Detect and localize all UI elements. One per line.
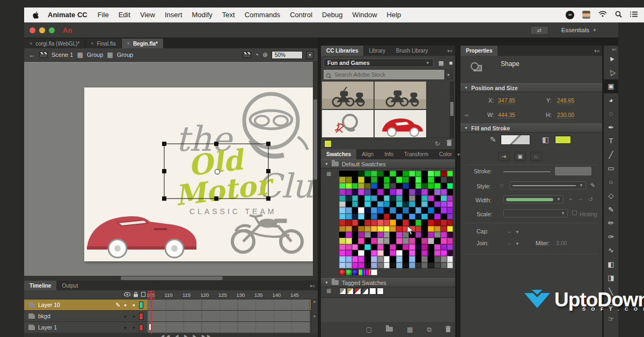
zoom-level-input[interactable]: 50%	[272, 51, 303, 59]
color-swatch[interactable]	[371, 195, 377, 201]
color-swatch[interactable]	[364, 201, 371, 207]
gradient-swatch[interactable]	[358, 269, 364, 275]
color-swatch[interactable]	[434, 189, 441, 195]
color-swatch[interactable]	[409, 262, 415, 268]
minimize-window-button[interactable]	[39, 27, 45, 33]
color-swatch[interactable]	[364, 171, 371, 177]
gradient-swatch[interactable]	[339, 269, 346, 275]
color-swatch[interactable]	[339, 219, 346, 225]
color-swatch[interactable]	[352, 250, 358, 256]
tab-sw-align[interactable]: Align	[356, 149, 379, 159]
color-swatch[interactable]	[377, 177, 384, 182]
color-swatch[interactable]	[409, 177, 415, 182]
document-tab-0[interactable]: ×corgi.fla (WebGL)*	[24, 39, 85, 48]
layer-lock-dot[interactable]: ●	[133, 314, 135, 319]
tab-lib-cc-libraries[interactable]: CC Libraries	[321, 46, 363, 56]
color-swatch[interactable]	[441, 195, 447, 201]
color-swatch[interactable]	[339, 214, 346, 219]
color-swatch[interactable]	[390, 219, 396, 225]
color-swatch[interactable]	[396, 201, 402, 207]
color-swatch[interactable]	[384, 214, 390, 219]
color-swatch[interactable]	[409, 250, 415, 256]
color-swatch[interactable]	[415, 250, 422, 256]
list-view-button[interactable]: ■	[447, 58, 455, 67]
color-swatch[interactable]	[402, 201, 409, 207]
color-swatch[interactable]	[339, 250, 346, 256]
color-swatch[interactable]	[384, 189, 390, 195]
adobe-stock-search-input[interactable]	[324, 70, 444, 79]
stroke-slider[interactable]	[503, 171, 551, 172]
x-value[interactable]: 347.85	[498, 97, 515, 104]
color-swatch[interactable]	[364, 256, 371, 262]
color-swatch[interactable]	[396, 171, 402, 177]
color-swatch[interactable]	[415, 238, 422, 244]
color-swatch[interactable]	[377, 244, 384, 250]
color-swatch[interactable]	[447, 177, 453, 182]
app-menu-title[interactable]: Animate CC	[48, 11, 87, 19]
color-swatch[interactable]	[371, 183, 377, 189]
trash-icon[interactable]	[447, 140, 452, 148]
color-swatch[interactable]	[364, 195, 371, 201]
color-swatch[interactable]	[358, 244, 364, 250]
color-swatch[interactable]	[352, 262, 358, 268]
color-swatch[interactable]	[346, 171, 352, 177]
library-item-red-car[interactable]	[375, 110, 426, 137]
apple-icon[interactable]	[33, 11, 39, 19]
layer-visibility-dot[interactable]: ●	[124, 303, 127, 307]
color-swatch[interactable]	[409, 195, 415, 201]
color-swatch[interactable]	[396, 256, 402, 262]
color-swatch[interactable]	[390, 195, 396, 201]
color-swatch[interactable]	[447, 214, 453, 219]
color-swatch[interactable]	[402, 214, 409, 219]
zoom-dropdown-arrow[interactable]: ▼	[306, 51, 313, 59]
color-swatch[interactable]	[434, 207, 441, 213]
object-drawing-button[interactable]: ⇥	[498, 152, 510, 161]
color-swatch[interactable]	[364, 177, 371, 182]
creative-cloud-icon[interactable]: ∞	[566, 11, 574, 19]
color-swatch[interactable]	[346, 256, 352, 262]
outline-layers-icon[interactable]	[141, 292, 145, 297]
color-swatch[interactable]	[358, 171, 364, 177]
layer-lock-dot[interactable]: ●	[133, 303, 135, 307]
brush-tool[interactable]: ✑	[604, 230, 618, 244]
panel-menu-icon[interactable]: ▾≡	[612, 47, 617, 52]
color-swatch[interactable]	[352, 177, 358, 182]
panel-menu-icon[interactable]: ▾≡	[447, 48, 452, 54]
canvas-horizontal-scrollbar[interactable]	[24, 276, 318, 281]
color-swatch[interactable]	[415, 171, 422, 177]
color-swatch[interactable]	[428, 189, 434, 195]
color-swatch[interactable]	[358, 207, 364, 213]
color-swatch[interactable]	[364, 219, 371, 225]
color-swatch[interactable]	[384, 171, 390, 177]
stroke-value-box[interactable]	[555, 167, 591, 175]
color-swatch[interactable]	[447, 201, 453, 207]
color-swatch[interactable]	[441, 189, 447, 195]
default-swatches-header[interactable]: ▼ Default Swatches	[321, 159, 455, 169]
color-swatch[interactable]	[339, 177, 346, 182]
join-value[interactable]: –	[508, 240, 511, 246]
color-swatch[interactable]	[358, 201, 364, 207]
layer-outline-color[interactable]	[139, 302, 143, 309]
color-swatch[interactable]	[339, 232, 346, 238]
color-swatch[interactable]	[396, 250, 402, 256]
color-swatch[interactable]	[409, 214, 415, 219]
color-swatch[interactable]	[421, 226, 428, 232]
color-swatch[interactable]	[441, 256, 447, 262]
gradient-swatch[interactable]	[371, 269, 377, 275]
color-swatch[interactable]	[339, 207, 346, 213]
color-swatch[interactable]	[346, 226, 352, 232]
color-swatch[interactable]	[441, 183, 447, 189]
close-tab-icon[interactable]: ×	[127, 41, 130, 46]
tab-lib-brush-library[interactable]: Brush Library	[391, 46, 433, 56]
spotlight-search-icon[interactable]	[615, 11, 622, 19]
tagged-swatch[interactable]	[362, 288, 369, 295]
color-swatch[interactable]	[371, 256, 377, 262]
group-breadcrumb-1[interactable]: Group	[87, 52, 104, 58]
color-swatch[interactable]	[346, 219, 352, 225]
color-swatch[interactable]	[358, 250, 364, 256]
close-window-button[interactable]	[30, 27, 35, 33]
color-swatch[interactable]	[384, 256, 390, 262]
library-scrollbar[interactable]	[450, 82, 454, 137]
color-swatch[interactable]	[441, 238, 447, 244]
tagged-swatch[interactable]	[377, 288, 384, 295]
